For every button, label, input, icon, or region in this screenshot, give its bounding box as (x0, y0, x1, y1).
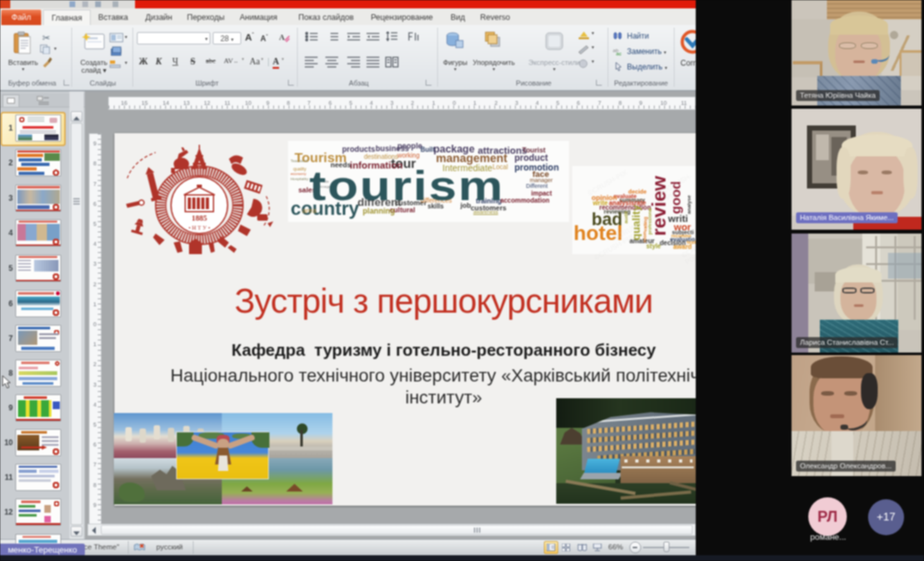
svg-text:A: A (279, 33, 285, 42)
svg-text:• Н Т У •: • Н Т У • (188, 225, 210, 231)
svg-text:1885: 1885 (192, 214, 207, 223)
svg-text:ac: ac (616, 51, 621, 56)
